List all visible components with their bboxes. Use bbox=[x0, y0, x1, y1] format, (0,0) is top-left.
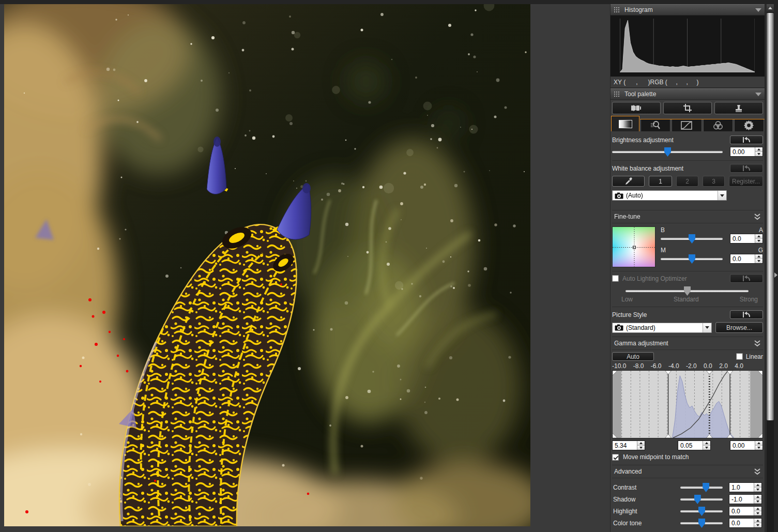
spin-up-button[interactable] bbox=[754, 483, 761, 488]
color-tone-spinbox[interactable]: 0.0 bbox=[729, 518, 762, 528]
dropdown-arrow-button[interactable] bbox=[718, 191, 726, 200]
stamp-icon bbox=[734, 104, 743, 113]
tone-curve-icon bbox=[681, 121, 692, 130]
blue-amber-slider[interactable] bbox=[661, 234, 723, 244]
contrast-spinbox[interactable]: 1.0 bbox=[729, 482, 762, 492]
ba-spinbox[interactable]: 0.0 bbox=[730, 234, 763, 244]
tab-settings[interactable] bbox=[734, 119, 764, 131]
photo-canvas[interactable] bbox=[4, 4, 530, 526]
picture-style-reset-button[interactable] bbox=[730, 310, 763, 319]
spin-down-button[interactable] bbox=[755, 152, 762, 156]
collapse-arrow-icon[interactable] bbox=[755, 93, 761, 96]
double-chevron-down-icon[interactable] bbox=[754, 468, 761, 475]
spin-down-button[interactable] bbox=[755, 259, 762, 263]
gamma-auto-button[interactable]: Auto bbox=[612, 352, 654, 361]
gamma-mid-spinbox[interactable]: 0.05 bbox=[678, 440, 711, 450]
underwater-nudibranch-photo bbox=[4, 4, 530, 526]
spin-up-button[interactable] bbox=[755, 441, 762, 446]
tab-detail-adjustment[interactable] bbox=[640, 119, 670, 131]
scrollbar-up-button[interactable] bbox=[767, 4, 774, 12]
color-tone-row: Color tone 0.0 bbox=[612, 517, 763, 529]
wb-dropdown-row: (Auto) bbox=[612, 190, 763, 201]
wb-preset-2-button[interactable]: 2 bbox=[676, 176, 698, 187]
wb-register-button[interactable]: Register... bbox=[729, 176, 763, 187]
spin-up-button[interactable] bbox=[755, 234, 762, 239]
spin-up-button[interactable] bbox=[703, 441, 710, 446]
tab-color-adjustment[interactable] bbox=[703, 119, 733, 131]
spin-down-button[interactable] bbox=[754, 523, 761, 527]
wb-mode-dropdown[interactable]: (Auto) bbox=[612, 190, 727, 201]
gamma-tick: -4.0 bbox=[668, 362, 679, 370]
wb-reset-button[interactable] bbox=[730, 164, 763, 173]
picture-style-row: (Standard) Browse... bbox=[612, 322, 763, 333]
wb-eyedropper-button[interactable] bbox=[612, 176, 645, 187]
double-chevron-down-icon[interactable] bbox=[754, 340, 761, 347]
spin-down-button[interactable] bbox=[754, 511, 761, 515]
divider bbox=[612, 271, 763, 271]
double-chevron-down-icon[interactable] bbox=[754, 214, 761, 220]
lens-correction-button[interactable] bbox=[612, 102, 661, 114]
move-midpoint-checkbox[interactable] bbox=[612, 454, 619, 461]
contrast-slider[interactable] bbox=[680, 482, 723, 492]
spin-down-button[interactable] bbox=[703, 446, 710, 450]
wb-preset-3-button[interactable]: 3 bbox=[703, 176, 725, 187]
spin-down-button[interactable] bbox=[755, 446, 762, 450]
spin-down-button[interactable] bbox=[637, 446, 645, 450]
mg-spinbox[interactable]: 0.0 bbox=[730, 254, 763, 264]
magenta-green-slider[interactable] bbox=[661, 254, 723, 264]
highlight-slider[interactable] bbox=[680, 506, 723, 516]
alo-strength-slider[interactable] bbox=[626, 286, 749, 296]
crop-button[interactable] bbox=[663, 102, 712, 114]
slider-handle[interactable] bbox=[684, 286, 691, 296]
color-tone-slider[interactable] bbox=[680, 518, 723, 528]
spin-up-button[interactable] bbox=[754, 495, 761, 499]
stamp-button[interactable] bbox=[714, 102, 763, 114]
gamma-white-spinbox[interactable]: 0.00 bbox=[730, 440, 763, 450]
dropdown-arrow-button[interactable] bbox=[703, 323, 711, 332]
slider-handle[interactable] bbox=[698, 507, 705, 516]
spin-down-button[interactable] bbox=[754, 499, 761, 504]
slider-handle[interactable] bbox=[698, 519, 705, 528]
slider-handle[interactable] bbox=[689, 234, 695, 244]
drag-grip-icon[interactable] bbox=[614, 91, 620, 98]
gamma-label: Gamma adjustment bbox=[614, 340, 754, 347]
panel-expand-arrow[interactable] bbox=[774, 272, 777, 278]
linear-checkbox[interactable] bbox=[736, 353, 743, 360]
tool-palette-tabs bbox=[611, 116, 765, 131]
collapse-arrow-icon[interactable] bbox=[755, 8, 761, 12]
color-fine-tune-square[interactable] bbox=[612, 226, 655, 267]
spin-up-button[interactable] bbox=[754, 507, 761, 511]
spin-up-button[interactable] bbox=[755, 254, 762, 259]
panel-scrollbar[interactable] bbox=[767, 4, 774, 532]
spin-up-button[interactable] bbox=[755, 147, 762, 152]
tab-basic-adjustment[interactable] bbox=[611, 116, 639, 131]
tool-palette-header[interactable]: Tool palette bbox=[611, 88, 765, 100]
gamma-black-spinbox[interactable]: 5.34 bbox=[612, 440, 645, 450]
scrollbar-thumb[interactable] bbox=[767, 13, 774, 420]
spin-down-button[interactable] bbox=[754, 488, 761, 492]
highlight-spinbox[interactable]: 0.0 bbox=[729, 506, 762, 516]
alo-reset-button[interactable] bbox=[730, 274, 763, 283]
alo-checkbox[interactable] bbox=[612, 275, 619, 282]
spin-up-button[interactable] bbox=[637, 441, 645, 446]
brightness-spinbox[interactable]: 0.00 bbox=[730, 147, 763, 157]
slider-handle[interactable] bbox=[694, 495, 701, 504]
spin-down-button[interactable] bbox=[755, 239, 762, 243]
brightness-reset-button[interactable] bbox=[730, 135, 763, 144]
wb-preset-1-button[interactable]: 1 bbox=[649, 176, 672, 187]
spin-up-button[interactable] bbox=[754, 519, 761, 523]
histogram-panel-header[interactable]: Histogram bbox=[611, 4, 765, 16]
tab-tone-curve[interactable] bbox=[672, 119, 701, 131]
drag-grip-icon[interactable] bbox=[614, 7, 620, 13]
green-label: G bbox=[758, 247, 763, 254]
shadow-spinbox[interactable]: -1.0 bbox=[729, 494, 762, 504]
gamma-histogram-graph[interactable] bbox=[612, 370, 763, 438]
slider-handle[interactable] bbox=[703, 483, 709, 492]
brightness-slider[interactable] bbox=[612, 147, 723, 157]
picture-style-dropdown[interactable]: (Standard) bbox=[612, 323, 712, 333]
slider-handle[interactable] bbox=[664, 147, 671, 157]
shadow-slider[interactable] bbox=[680, 494, 723, 504]
picture-style-browse-button[interactable]: Browse... bbox=[715, 322, 763, 333]
gamma-white-value: 0.00 bbox=[730, 441, 755, 450]
slider-handle[interactable] bbox=[689, 254, 695, 264]
